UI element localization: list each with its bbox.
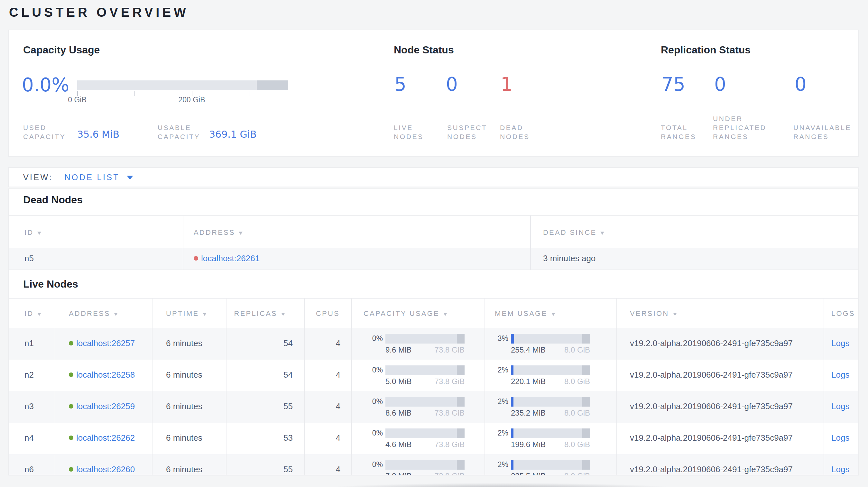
logs-link[interactable]: Logs (831, 433, 849, 443)
logs-link[interactable]: Logs (831, 338, 849, 348)
live-status-dot-icon (69, 373, 73, 377)
node-mem-gauge: 3% 255.4 MiB8.0 GiB (485, 333, 616, 354)
logs-link[interactable]: Logs (831, 464, 849, 474)
capacity-gauge-other-segment (257, 80, 288, 90)
dead-status-dot-icon (194, 256, 198, 261)
sort-descending-icon (37, 231, 41, 234)
logs-link[interactable]: Logs (831, 370, 849, 380)
unavailable-label: UNAVAILABLE RANGES (793, 123, 855, 141)
sort-descending-icon (114, 313, 118, 316)
view-label: VIEW: (23, 173, 53, 182)
node-logs-cell: Logs (824, 433, 858, 443)
node-address-link[interactable]: localhost:26259 (76, 401, 135, 411)
node-id: n4 (9, 433, 55, 443)
column-divider (183, 215, 183, 270)
view-dropdown[interactable]: NODE LIST (64, 173, 133, 182)
mem-bar (511, 460, 590, 469)
column-divider (304, 298, 305, 476)
usable-capacity-label: USABLE CAPACITY (158, 123, 209, 141)
node-mem-gauge: 2% 235.2 MiB8.0 GiB (485, 397, 616, 417)
node-logs-cell: Logs (824, 401, 858, 411)
sort-descending-icon (37, 313, 41, 316)
dead-node-dead-since: 3 minutes ago (530, 254, 858, 263)
node-version: v19.2.0-alpha.20190606-2491-gfe735c9a97 (616, 338, 824, 348)
live-col-version[interactable]: VERSION (616, 310, 824, 317)
suspect-nodes-count: 0 (446, 74, 458, 95)
capacity-bar (385, 428, 465, 438)
sort-descending-icon (203, 313, 207, 316)
live-col-uptime[interactable]: UPTIME (152, 310, 226, 317)
live-col-capacity[interactable]: CAPACITY USAGE (351, 310, 485, 317)
gauge-tick (77, 91, 78, 96)
live-col-address[interactable]: ADDRESS (55, 310, 152, 317)
capacity-gauge-bar (77, 80, 288, 90)
sort-descending-icon (443, 313, 447, 316)
dead-nodes-heading: Dead Nodes (23, 194, 83, 206)
capacity-bar (385, 460, 465, 469)
node-capacity-gauge: 0% 7.8 MiB73.8 GiB (351, 460, 485, 476)
node-replicas: 55 (226, 401, 304, 411)
dead-node-address-cell: localhost:26261 (183, 254, 530, 263)
node-capacity-gauge: 0% 8.6 MiB73.8 GiB (351, 397, 485, 417)
live-status-dot-icon (69, 404, 73, 409)
live-nodes-label: LIVE NODES (394, 123, 439, 141)
node-address-link[interactable]: localhost:26262 (76, 433, 135, 443)
live-node-row: n4 localhost:26262 6 minutes 53 4 0% 4.6… (9, 423, 858, 454)
node-id: n6 (9, 464, 55, 474)
node-cpus: 4 (304, 338, 351, 348)
used-capacity-label: USED CAPACITY (23, 123, 75, 141)
sort-descending-icon (239, 231, 243, 234)
node-mem-gauge: 2% 220.1 MiB8.0 GiB (485, 365, 616, 386)
dead-node-id: n5 (9, 254, 183, 263)
node-replicas: 55 (226, 464, 304, 474)
under-replicated-label: UNDER-REPLICATED RANGES (713, 114, 774, 141)
dead-col-address[interactable]: ADDRESS (183, 228, 530, 236)
replication-status-heading: Replication Status (661, 44, 751, 56)
live-col-logs: LOGS (824, 310, 858, 317)
column-divider (152, 298, 153, 476)
mem-bar (511, 397, 590, 406)
node-address-link[interactable]: localhost:26258 (76, 370, 135, 380)
live-col-id[interactable]: ID (9, 310, 55, 317)
total-ranges-count: 75 (661, 74, 685, 95)
live-nodes-count: 5 (395, 74, 406, 95)
usable-capacity-value: 369.1 GiB (209, 129, 257, 140)
node-uptime: 6 minutes (152, 370, 226, 380)
dead-node-row: n5 localhost:26261 3 minutes ago (9, 248, 858, 270)
sort-descending-icon (601, 231, 604, 234)
page-title: CLUSTER OVERVIEW (9, 5, 189, 20)
live-col-replicas[interactable]: REPLICAS (226, 310, 304, 317)
column-divider (485, 298, 485, 476)
column-divider (55, 298, 55, 476)
column-divider (530, 215, 531, 270)
used-capacity-value: 35.6 MiB (77, 129, 119, 140)
chevron-down-icon (127, 175, 133, 179)
node-logs-cell: Logs (824, 464, 858, 474)
node-id: n2 (9, 370, 55, 380)
live-nodes-table-header: ID ADDRESS UPTIME REPLICAS CPUS CAPACITY… (9, 298, 858, 328)
logs-link[interactable]: Logs (831, 401, 849, 411)
node-id: n1 (9, 338, 55, 348)
suspect-nodes-label: SUSPECT NODES (447, 123, 499, 141)
node-address-cell: localhost:26262 (55, 433, 152, 443)
node-capacity-gauge: 0% 4.6 MiB73.8 GiB (351, 428, 485, 449)
live-node-row: n2 localhost:26258 6 minutes 54 4 0% 5.0… (9, 360, 858, 391)
dead-col-id[interactable]: ID (9, 228, 183, 236)
node-address-link[interactable]: localhost:26260 (76, 464, 135, 474)
node-address-cell: localhost:26258 (55, 370, 152, 380)
dead-col-dead-since[interactable]: DEAD SINCE (530, 228, 858, 236)
dead-node-address-link[interactable]: localhost:26261 (201, 254, 260, 263)
gauge-tick-label-0: 0 GiB (58, 96, 96, 104)
live-node-row: n6 localhost:26260 6 minutes 55 4 0% 7.8… (9, 454, 858, 476)
live-nodes-heading: Live Nodes (23, 279, 78, 290)
node-address-link[interactable]: localhost:26257 (76, 338, 135, 348)
node-id: n3 (9, 401, 55, 411)
gauge-tick (192, 91, 192, 96)
capacity-bar (385, 397, 465, 406)
node-version: v19.2.0-alpha.20190606-2491-gfe735c9a97 (616, 370, 824, 380)
column-divider (226, 298, 226, 476)
node-cpus: 4 (304, 401, 351, 411)
live-col-mem[interactable]: MEM USAGE (485, 310, 616, 317)
node-uptime: 6 minutes (152, 338, 226, 348)
node-replicas: 54 (226, 338, 304, 348)
